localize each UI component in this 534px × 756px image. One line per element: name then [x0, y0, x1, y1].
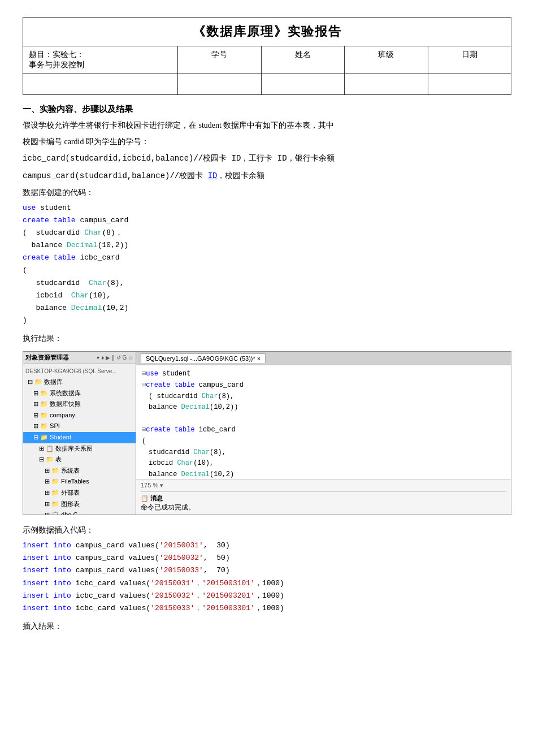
- report-table: 《数据库原理》实验报告 题目：实验七： 事务与并发控制 学号 姓名 班级 日期: [23, 17, 511, 95]
- object-explorer-panel: 对象资源管理器 ▾ ♦ ▶ ‖ ↺ G ☆ DESKTOP-KGA9OG6 (S…: [23, 352, 136, 515]
- report-empty-row: [23, 74, 511, 94]
- class-cell: 班级: [345, 46, 428, 74]
- object-tree: DESKTOP-KGA9OG6 (SQL Serve... ⊟ 📁 数据库 ⊞ …: [23, 364, 136, 515]
- empty-id: [178, 74, 262, 94]
- intro-text1: 假设学校允许学生将银行卡和校园卡进行绑定，在 student 数据库中有如下的基…: [23, 118, 511, 132]
- tree-item: ⊟ 📁 数据库: [23, 377, 136, 388]
- report-info-row: 题目：实验七： 事务与并发控制 学号 姓名 班级 日期: [23, 46, 511, 74]
- editor-tab-bar: SQLQuery1.sql -...GA9OG6\KGC (53))* ×: [136, 352, 511, 365]
- insert-code-block: insert into campus_card values('20150031…: [23, 539, 511, 615]
- tree-item: ⊞ 📁 系统数据库: [23, 388, 136, 399]
- tree-item: ⊞ 📁 图形表: [23, 499, 136, 510]
- exec-result-label: 执行结果：: [23, 331, 511, 345]
- sql-editor-content: ⊟use student ⊟create table campus_card (…: [136, 365, 511, 479]
- screenshot-box: 对象资源管理器 ▾ ♦ ▶ ‖ ↺ G ☆ DESKTOP-KGA9OG6 (S…: [23, 351, 511, 515]
- editor-tab[interactable]: SQLQuery1.sql -...GA9OG6\KGC (53))* ×: [141, 353, 266, 363]
- sql-editor-panel: SQLQuery1.sql -...GA9OG6\KGC (53))* × ⊟u…: [136, 352, 511, 515]
- create-code-label: 数据库创建的代码：: [23, 185, 511, 200]
- insert-result-label: 插入结果：: [23, 619, 511, 633]
- report-title: 《数据库原理》实验报告: [23, 18, 511, 46]
- explorer-toolbar: 对象资源管理器 ▾ ♦ ▶ ‖ ↺ G ☆: [23, 352, 136, 364]
- table-desc1: icbc_card(studcardid,icbcid,balance)//校园…: [23, 151, 511, 166]
- tree-item: ⊞ 📁 SPI: [23, 421, 136, 432]
- tree-item-student[interactable]: ⊟ 📁 Student: [23, 432, 136, 443]
- intro-text2: 校园卡编号 cardid 即为学生的学号：: [23, 135, 511, 149]
- tree-item: ⊟ 📁 表: [23, 454, 136, 465]
- tree-item: ⊞ 📁 FileTables: [23, 476, 136, 487]
- section1-title: 一、实验内容、步骤以及结果: [23, 104, 511, 115]
- tree-item: ⊞ 📋 数据库关系图: [23, 443, 136, 455]
- empty-date: [428, 74, 511, 94]
- tree-item: ⊞ 📁 company: [23, 410, 136, 421]
- example-label: 示例数据插入代码：: [23, 523, 511, 537]
- tree-item: DESKTOP-KGA9OG6 (SQL Serve...: [23, 366, 136, 377]
- tree-item: ⊞ 📁 数据库快照: [23, 399, 136, 410]
- explorer-title: 对象资源管理器: [25, 353, 69, 362]
- result-message: 命令已成功完成。: [141, 503, 506, 512]
- editor-bottom-bar: 175 % ▾ 📋 消息 命令已成功完成。: [136, 479, 511, 515]
- tree-item: ⊞ 📋 dbo.C: [23, 509, 136, 515]
- date-cell: 日期: [428, 46, 511, 74]
- id-cell: 学号: [178, 46, 262, 74]
- empty-class: [345, 74, 428, 94]
- tree-item: ⊞ 📁 外部表: [23, 487, 136, 499]
- empty-subject: [23, 74, 178, 94]
- name-cell: 姓名: [262, 46, 345, 74]
- subject-cell: 题目：实验七： 事务与并发控制: [23, 46, 178, 74]
- create-code-block: use student create table campus_card ( s…: [23, 202, 511, 327]
- tree-item: ⊞ 📁 系统表: [23, 465, 136, 477]
- empty-name: [262, 74, 345, 94]
- table-desc2: campus_card(studcardid,balance)//校园卡 ID，…: [23, 169, 511, 183]
